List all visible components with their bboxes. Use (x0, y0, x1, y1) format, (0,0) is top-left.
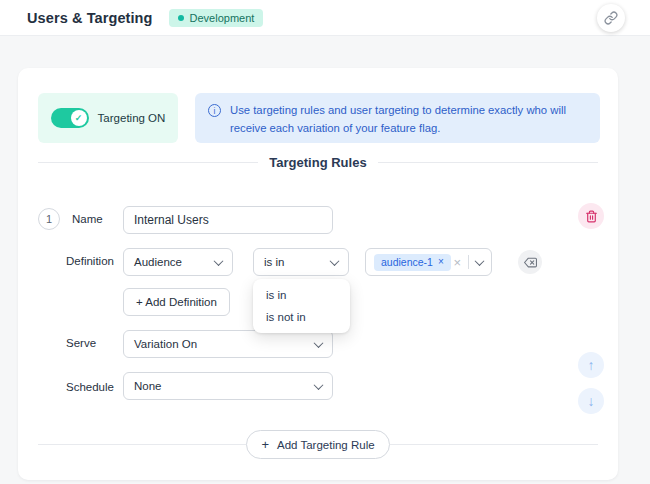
backspace-icon (524, 256, 537, 269)
arrow-up-icon: ↑ (588, 357, 595, 373)
add-definition-button[interactable]: + Add Definition (123, 288, 230, 316)
rule-number: 1 (38, 208, 60, 230)
environment-dot-icon (178, 15, 184, 21)
link-icon (604, 11, 618, 25)
attribute-select-value: Audience (134, 256, 182, 268)
attribute-select[interactable]: Audience (123, 248, 233, 276)
copy-link-button[interactable] (597, 4, 625, 32)
divider-line (390, 444, 598, 445)
name-label: Name (72, 213, 103, 225)
chip-remove-icon[interactable]: × (438, 257, 444, 267)
divider-line (378, 162, 598, 163)
page-header: Users & Targeting Development (0, 0, 650, 36)
rule-name-input[interactable] (123, 206, 333, 234)
section-heading: Targeting Rules (38, 155, 598, 170)
operator-select[interactable]: is in (253, 248, 349, 276)
divider-line (38, 162, 258, 163)
targeting-toggle-label: Targeting ON (98, 112, 166, 124)
targeting-card: ✓ Targeting ON i Use targeting rules and… (18, 68, 618, 480)
operator-dropdown-menu: is in is not in (253, 279, 350, 333)
chevron-down-icon (314, 338, 324, 348)
audience-chip-label: audience-1 (381, 256, 433, 268)
section-title: Targeting Rules (269, 155, 366, 170)
chevron-down-icon (314, 380, 324, 390)
environment-badge-label: Development (190, 12, 255, 24)
users-targeting-screen: Users & Targeting Development ✓ Targetin… (0, 0, 650, 484)
trash-icon (585, 210, 598, 223)
chevron-down-icon (330, 256, 340, 266)
toggle-check-icon: ✓ (71, 110, 87, 126)
chevron-down-icon (214, 256, 224, 266)
audience-chip: audience-1 × (374, 254, 451, 271)
erase-definition-button[interactable] (518, 250, 542, 274)
serve-label: Serve (66, 337, 96, 349)
add-targeting-rule-label: Add Targeting Rule (277, 439, 375, 451)
targeting-toggle[interactable]: ✓ (51, 108, 89, 128)
info-icon: i (208, 104, 221, 117)
dropdown-option-is-not-in[interactable]: is not in (253, 306, 350, 328)
add-rule-row: + Add Targeting Rule (38, 430, 598, 459)
clear-selection-icon[interactable]: × (453, 256, 461, 269)
select-divider (468, 255, 469, 269)
definition-label: Definition (66, 255, 114, 267)
move-rule-down-button[interactable]: ↓ (578, 388, 604, 414)
move-rule-up-button[interactable]: ↑ (578, 352, 604, 378)
environment-badge: Development (169, 9, 264, 27)
audience-multiselect[interactable]: audience-1 × × (365, 248, 492, 276)
serve-select[interactable]: Variation On (123, 330, 333, 358)
schedule-label: Schedule (66, 381, 114, 393)
add-targeting-rule-button[interactable]: + Add Targeting Rule (246, 430, 389, 459)
delete-rule-button[interactable] (578, 203, 604, 229)
plus-icon: + (261, 438, 269, 451)
schedule-select-value: None (134, 380, 162, 392)
targeting-toggle-box: ✓ Targeting ON (38, 93, 178, 143)
info-banner: i Use targeting rules and user targeting… (195, 93, 600, 143)
serve-select-value: Variation On (134, 338, 197, 350)
operator-select-value: is in (264, 256, 284, 268)
info-banner-text: Use targeting rules and user targeting t… (230, 102, 587, 134)
schedule-select[interactable]: None (123, 372, 333, 400)
dropdown-option-is-in[interactable]: is in (253, 284, 350, 306)
page-title: Users & Targeting (27, 10, 153, 26)
chevron-down-icon (475, 256, 485, 266)
divider-line (38, 444, 246, 445)
arrow-down-icon: ↓ (588, 393, 595, 409)
